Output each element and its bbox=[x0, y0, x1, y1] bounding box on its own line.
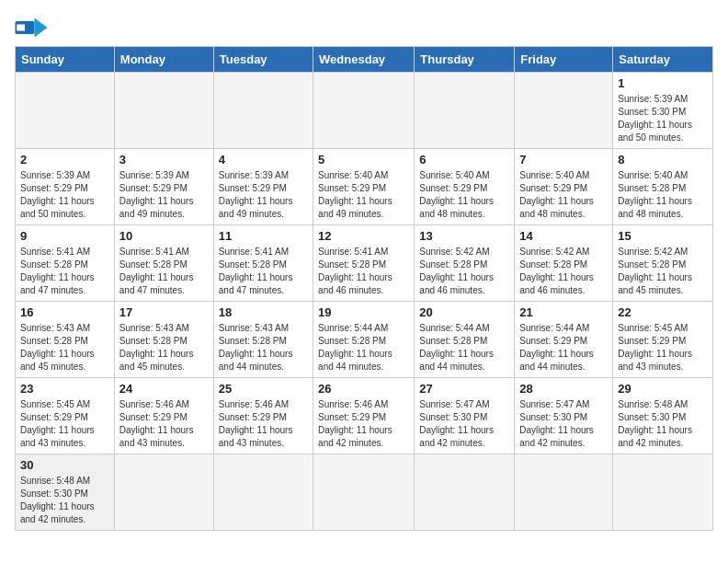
day-number: 23 bbox=[20, 382, 109, 396]
day-number: 19 bbox=[318, 305, 409, 319]
day-number: 24 bbox=[119, 382, 209, 396]
cell-info: Sunrise: 5:44 AM Sunset: 5:28 PM Dayligh… bbox=[419, 322, 509, 373]
calendar-cell: 27Sunrise: 5:47 AM Sunset: 5:30 PM Dayli… bbox=[415, 378, 515, 454]
calendar-cell: 7Sunrise: 5:40 AM Sunset: 5:29 PM Daylig… bbox=[515, 149, 613, 225]
calendar-cell: 23Sunrise: 5:45 AM Sunset: 5:29 PM Dayli… bbox=[16, 378, 115, 454]
day-number: 28 bbox=[519, 382, 608, 396]
cell-info: Sunrise: 5:44 AM Sunset: 5:28 PM Dayligh… bbox=[318, 322, 409, 373]
calendar-cell: 8Sunrise: 5:40 AM Sunset: 5:28 PM Daylig… bbox=[613, 149, 713, 225]
calendar-cell: 29Sunrise: 5:48 AM Sunset: 5:30 PM Dayli… bbox=[613, 378, 713, 454]
cell-info: Sunrise: 5:40 AM Sunset: 5:28 PM Dayligh… bbox=[618, 169, 708, 221]
calendar: SundayMondayTuesdayWednesdayThursdayFrid… bbox=[15, 46, 713, 531]
cell-info: Sunrise: 5:41 AM Sunset: 5:28 PM Dayligh… bbox=[119, 246, 209, 297]
cell-info: Sunrise: 5:39 AM Sunset: 5:30 PM Dayligh… bbox=[618, 93, 708, 144]
day-number: 10 bbox=[119, 229, 209, 243]
calendar-cell: 30Sunrise: 5:48 AM Sunset: 5:30 PM Dayli… bbox=[16, 454, 115, 531]
calendar-week-5: 23Sunrise: 5:45 AM Sunset: 5:29 PM Dayli… bbox=[16, 378, 713, 454]
day-number: 21 bbox=[519, 305, 608, 319]
calendar-cell: 9Sunrise: 5:41 AM Sunset: 5:28 PM Daylig… bbox=[16, 225, 115, 302]
cell-info: Sunrise: 5:40 AM Sunset: 5:29 PM Dayligh… bbox=[419, 169, 509, 221]
calendar-cell bbox=[213, 454, 313, 531]
calendar-cell bbox=[613, 454, 713, 531]
day-header-sunday: Sunday bbox=[16, 47, 115, 73]
day-number: 30 bbox=[20, 458, 109, 472]
cell-info: Sunrise: 5:43 AM Sunset: 5:28 PM Dayligh… bbox=[20, 322, 109, 373]
cell-info: Sunrise: 5:47 AM Sunset: 5:30 PM Dayligh… bbox=[419, 398, 509, 450]
day-number: 22 bbox=[618, 305, 708, 319]
cell-info: Sunrise: 5:46 AM Sunset: 5:29 PM Dayligh… bbox=[219, 398, 308, 450]
calendar-cell bbox=[515, 73, 613, 149]
calendar-cell: 4Sunrise: 5:39 AM Sunset: 5:29 PM Daylig… bbox=[213, 149, 313, 225]
day-number: 11 bbox=[219, 229, 308, 243]
calendar-cell: 5Sunrise: 5:40 AM Sunset: 5:29 PM Daylig… bbox=[313, 149, 415, 225]
day-number: 13 bbox=[419, 229, 509, 243]
calendar-week-4: 16Sunrise: 5:43 AM Sunset: 5:28 PM Dayli… bbox=[16, 302, 713, 378]
calendar-cell bbox=[16, 73, 115, 149]
day-number: 27 bbox=[419, 382, 509, 396]
cell-info: Sunrise: 5:46 AM Sunset: 5:29 PM Dayligh… bbox=[119, 398, 209, 450]
day-number: 5 bbox=[318, 153, 409, 167]
day-number: 1 bbox=[618, 76, 708, 90]
day-header-monday: Monday bbox=[114, 47, 213, 73]
day-number: 14 bbox=[519, 229, 608, 243]
calendar-cell: 11Sunrise: 5:41 AM Sunset: 5:28 PM Dayli… bbox=[213, 225, 313, 302]
day-number: 2 bbox=[20, 153, 109, 167]
calendar-cell: 19Sunrise: 5:44 AM Sunset: 5:28 PM Dayli… bbox=[313, 302, 415, 378]
calendar-cell: 10Sunrise: 5:41 AM Sunset: 5:28 PM Dayli… bbox=[114, 225, 213, 302]
calendar-cell bbox=[515, 454, 613, 531]
calendar-week-6: 30Sunrise: 5:48 AM Sunset: 5:30 PM Dayli… bbox=[16, 454, 713, 531]
calendar-cell: 24Sunrise: 5:46 AM Sunset: 5:29 PM Dayli… bbox=[114, 378, 213, 454]
calendar-cell: 21Sunrise: 5:44 AM Sunset: 5:29 PM Dayli… bbox=[515, 302, 613, 378]
cell-info: Sunrise: 5:39 AM Sunset: 5:29 PM Dayligh… bbox=[219, 169, 308, 221]
day-number: 16 bbox=[20, 305, 109, 319]
day-header-tuesday: Tuesday bbox=[213, 47, 313, 73]
calendar-cell: 26Sunrise: 5:46 AM Sunset: 5:29 PM Dayli… bbox=[313, 378, 415, 454]
cell-info: Sunrise: 5:48 AM Sunset: 5:30 PM Dayligh… bbox=[20, 475, 109, 526]
calendar-cell: 6Sunrise: 5:40 AM Sunset: 5:29 PM Daylig… bbox=[415, 149, 515, 225]
cell-info: Sunrise: 5:39 AM Sunset: 5:29 PM Dayligh… bbox=[20, 169, 109, 221]
calendar-cell: 3Sunrise: 5:39 AM Sunset: 5:29 PM Daylig… bbox=[114, 149, 213, 225]
cell-info: Sunrise: 5:44 AM Sunset: 5:29 PM Dayligh… bbox=[519, 322, 608, 373]
cell-info: Sunrise: 5:41 AM Sunset: 5:28 PM Dayligh… bbox=[20, 246, 109, 297]
day-number: 8 bbox=[618, 153, 708, 167]
day-number: 12 bbox=[318, 229, 409, 243]
cell-info: Sunrise: 5:46 AM Sunset: 5:29 PM Dayligh… bbox=[318, 398, 409, 450]
calendar-cell: 13Sunrise: 5:42 AM Sunset: 5:28 PM Dayli… bbox=[415, 225, 515, 302]
day-header-wednesday: Wednesday bbox=[313, 47, 415, 73]
day-number: 25 bbox=[219, 382, 308, 396]
cell-info: Sunrise: 5:45 AM Sunset: 5:29 PM Dayligh… bbox=[20, 398, 109, 450]
calendar-cell: 12Sunrise: 5:41 AM Sunset: 5:28 PM Dayli… bbox=[313, 225, 415, 302]
day-number: 15 bbox=[618, 229, 708, 243]
cell-info: Sunrise: 5:43 AM Sunset: 5:28 PM Dayligh… bbox=[119, 322, 209, 373]
calendar-cell: 1Sunrise: 5:39 AM Sunset: 5:30 PM Daylig… bbox=[613, 73, 713, 149]
logo bbox=[15, 15, 51, 40]
day-number: 3 bbox=[119, 153, 209, 167]
calendar-cell bbox=[114, 73, 213, 149]
cell-info: Sunrise: 5:42 AM Sunset: 5:28 PM Dayligh… bbox=[618, 246, 708, 297]
calendar-week-1: 1Sunrise: 5:39 AM Sunset: 5:30 PM Daylig… bbox=[16, 73, 713, 149]
cell-info: Sunrise: 5:41 AM Sunset: 5:28 PM Dayligh… bbox=[219, 246, 308, 297]
cell-info: Sunrise: 5:39 AM Sunset: 5:29 PM Dayligh… bbox=[119, 169, 209, 221]
cell-info: Sunrise: 5:42 AM Sunset: 5:28 PM Dayligh… bbox=[419, 246, 509, 297]
calendar-cell: 14Sunrise: 5:42 AM Sunset: 5:28 PM Dayli… bbox=[515, 225, 613, 302]
day-number: 18 bbox=[219, 305, 308, 319]
cell-info: Sunrise: 5:42 AM Sunset: 5:28 PM Dayligh… bbox=[519, 246, 608, 297]
header bbox=[15, 15, 713, 40]
calendar-header-row: SundayMondayTuesdayWednesdayThursdayFrid… bbox=[16, 47, 713, 73]
cell-info: Sunrise: 5:40 AM Sunset: 5:29 PM Dayligh… bbox=[318, 169, 409, 221]
cell-info: Sunrise: 5:45 AM Sunset: 5:29 PM Dayligh… bbox=[618, 322, 708, 373]
day-header-thursday: Thursday bbox=[415, 47, 515, 73]
cell-info: Sunrise: 5:43 AM Sunset: 5:28 PM Dayligh… bbox=[219, 322, 308, 373]
calendar-cell bbox=[313, 454, 415, 531]
svg-marker-1 bbox=[35, 18, 48, 38]
calendar-cell: 15Sunrise: 5:42 AM Sunset: 5:28 PM Dayli… bbox=[613, 225, 713, 302]
calendar-cell: 28Sunrise: 5:47 AM Sunset: 5:30 PM Dayli… bbox=[515, 378, 613, 454]
day-number: 29 bbox=[618, 382, 708, 396]
calendar-cell bbox=[213, 73, 313, 149]
cell-info: Sunrise: 5:41 AM Sunset: 5:28 PM Dayligh… bbox=[318, 246, 409, 297]
day-header-saturday: Saturday bbox=[613, 47, 713, 73]
calendar-cell bbox=[313, 73, 415, 149]
cell-info: Sunrise: 5:48 AM Sunset: 5:30 PM Dayligh… bbox=[618, 398, 708, 450]
day-number: 26 bbox=[318, 382, 409, 396]
day-number: 17 bbox=[119, 305, 209, 319]
